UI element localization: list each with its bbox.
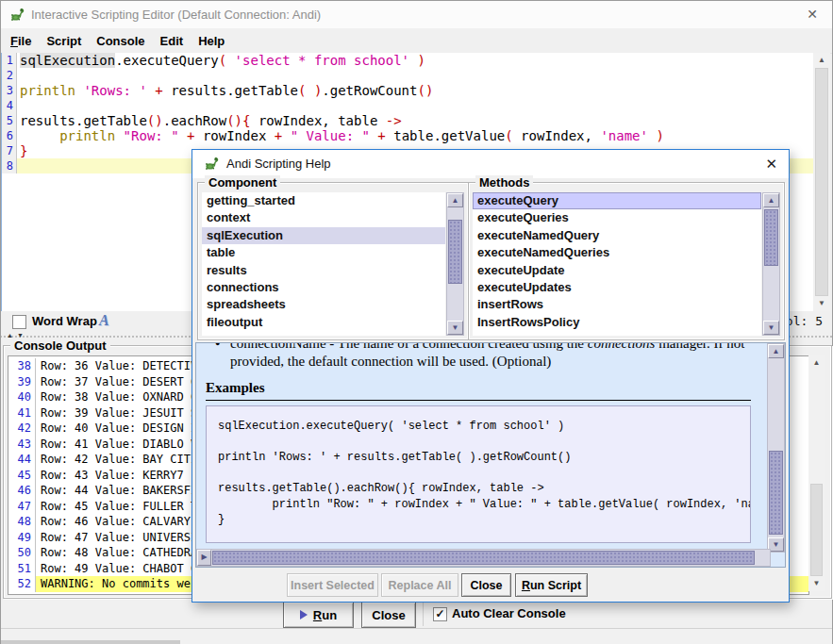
font-chooser-icon[interactable]: A (99, 312, 109, 329)
editor-vertical-scrollbar[interactable]: ▲ ▼ (813, 53, 830, 311)
description-hscroll-thumb[interactable] (212, 551, 755, 565)
editor-line-code: println "Row: " + rowIndex + " Value: " … (17, 128, 813, 143)
scroll-up-icon[interactable]: ▲ (808, 355, 825, 371)
console-line-number: 43 (8, 437, 36, 453)
example-code-line (218, 466, 750, 482)
console-line-number: 40 (8, 389, 36, 405)
list-item-spreadsheets[interactable]: spreadsheets (202, 296, 445, 313)
example-code: sqlExecution.executeQuery( 'select * fro… (206, 405, 751, 543)
console-scroll-thumb[interactable] (810, 484, 823, 576)
gecko-dialog-icon (204, 157, 219, 172)
description-vertical-scrollbar[interactable]: ▲ ▼ (767, 343, 785, 553)
list-item-getting_started[interactable]: getting_started (202, 192, 445, 209)
word-wrap-checkbox[interactable] (12, 315, 26, 329)
console-line-number: 50 (8, 545, 36, 561)
menu-item-file[interactable]: File (3, 29, 39, 53)
window-close-icon[interactable]: ✕ (792, 1, 832, 28)
methods-group: Methods executeQueryexecuteQueriesexecut… (468, 182, 785, 340)
list-item-executeUpdate[interactable]: executeUpdate (473, 262, 761, 279)
dialog-close-icon[interactable]: ✕ (765, 150, 777, 178)
word-wrap-label: Word Wrap (32, 311, 97, 332)
dialog-button-close[interactable]: Close (461, 573, 511, 597)
menu-item-console[interactable]: Console (89, 29, 152, 53)
list-item-executeUpdates[interactable]: executeUpdates (473, 279, 761, 296)
scroll-up-icon[interactable]: ▲ (763, 193, 779, 207)
list-item-table[interactable]: table (202, 244, 445, 261)
list-item-insertRows[interactable]: insertRows (473, 296, 761, 313)
console-vertical-scrollbar[interactable]: ▲ ▼ (808, 355, 825, 591)
console-line-number: 49 (8, 530, 36, 546)
list-item-sqlExecution[interactable]: sqlExecution (202, 227, 445, 244)
list-item-connections[interactable]: connections (202, 279, 445, 296)
editor-line: 6 println "Row: " + rowIndex + " Value: … (2, 128, 813, 143)
dialog-button-insert-selected: Insert Selected (287, 573, 378, 597)
scroll-down-icon[interactable]: ▼ (763, 321, 779, 335)
methods-list[interactable]: executeQueryexecuteQueriesexecuteNamedQu… (473, 192, 761, 336)
auto-clear-checkbox[interactable]: ✓ (433, 607, 447, 621)
list-item-executeQuery[interactable]: executeQuery (473, 192, 761, 209)
component-scroll-thumb[interactable] (448, 220, 462, 284)
menu-item-help[interactable]: Help (191, 29, 232, 53)
example-code-line: results.getTable().eachRow(){ rowIndex, … (218, 481, 750, 497)
scroll-up-icon[interactable]: ▲ (447, 193, 463, 207)
console-line-number: 51 (8, 561, 36, 577)
list-item-executeQueries[interactable]: executeQueries (473, 209, 761, 226)
console-line-text: Row: 37 Value: DESERT CAR (36, 374, 211, 390)
console-line-text: Row: 49 Value: CHABOT COL (36, 561, 211, 577)
scroll-down-icon[interactable]: ▼ (808, 576, 825, 591)
status-bar-grip (1, 640, 180, 644)
console-line-text: Row: 43 Value: KERRY7 (36, 468, 184, 484)
scroll-up-icon[interactable]: ▲ (813, 53, 830, 68)
menu-bar: FileScriptConsoleEditHelp (1, 28, 832, 54)
editor-line-code (17, 98, 813, 113)
list-item-context[interactable]: context (202, 209, 445, 226)
methods-scroll-thumb[interactable] (764, 209, 778, 266)
editor-line-number: 4 (2, 98, 17, 113)
example-code-line: sqlExecution.executeQuery( 'select * fro… (218, 419, 750, 435)
console-line-text: Row: 47 Value: UNIVERSITY (36, 530, 211, 546)
dialog-title: Andi Scripting Help (226, 150, 331, 178)
description-scroll-thumb[interactable] (769, 451, 783, 535)
editor-line: 5results.getTable().eachRow(){ rowIndex,… (2, 113, 813, 128)
dialog-button-run-script[interactable]: Run Script (515, 573, 588, 597)
run-button[interactable]: Run (283, 602, 354, 628)
component-group-title: Component (205, 175, 280, 190)
editor-scroll-thumb[interactable] (815, 68, 828, 296)
gecko-app-icon (9, 8, 25, 23)
editor-line-code: results.getTable().eachRow(){ rowIndex, … (17, 113, 813, 128)
scroll-down-icon[interactable]: ▼ (813, 296, 830, 311)
menu-item-edit[interactable]: Edit (153, 29, 192, 53)
console-line-number: 46 (8, 483, 36, 499)
scroll-up-icon[interactable]: ▲ (768, 344, 784, 358)
example-code-line (218, 435, 750, 451)
editor-line-number: 7 (2, 143, 17, 158)
editor-line-code (17, 68, 813, 83)
editor-line: 3println 'Rows: ' + results.getTable( ).… (2, 83, 813, 98)
scroll-right-icon[interactable]: ▶ (197, 550, 211, 566)
list-item-executeNamedQuery[interactable]: executeNamedQuery (473, 227, 761, 244)
window-title: Interactive Scripting Editor (Default Co… (31, 1, 321, 28)
console-line-number: 38 (8, 358, 36, 374)
editor-line-number: 3 (2, 83, 17, 98)
example-code-line: println 'Rows: ' + results.getTable( ).g… (218, 450, 750, 466)
scroll-down-icon[interactable]: ▼ (447, 321, 463, 335)
list-item-executeNamedQueries[interactable]: executeNamedQueries (473, 244, 761, 261)
dialog-title-bar: Andi Scripting Help ✕ (192, 150, 789, 178)
list-item-fileoutput[interactable]: fileoutput (202, 314, 445, 331)
editor-line-number: 2 (2, 68, 17, 83)
methods-scrollbar[interactable]: ▲ ▼ (762, 192, 780, 336)
console-line-text: Row: 46 Value: CALVARY CH (36, 514, 211, 530)
close-button[interactable]: Close (361, 602, 416, 628)
component-list[interactable]: getting_startedcontextsqlExecutiontabler… (202, 192, 445, 336)
description-horizontal-scrollbar[interactable]: ◀ ▶ (196, 549, 771, 567)
component-scrollbar[interactable]: ▲ ▼ (446, 192, 464, 336)
console-line-number: 52 (8, 576, 36, 592)
toolbar-separator (423, 601, 424, 626)
run-button-label: Run (313, 608, 337, 622)
console-line-number: 39 (8, 374, 36, 390)
list-item-InsertRowsPolicy[interactable]: InsertRowsPolicy (473, 314, 761, 331)
title-bar: Interactive Scripting Editor (Default Co… (1, 1, 832, 28)
list-item-results[interactable]: results (202, 262, 445, 279)
console-line-text: Row: 38 Value: OXNARD COL (36, 389, 211, 405)
menu-item-script[interactable]: Script (39, 29, 89, 53)
